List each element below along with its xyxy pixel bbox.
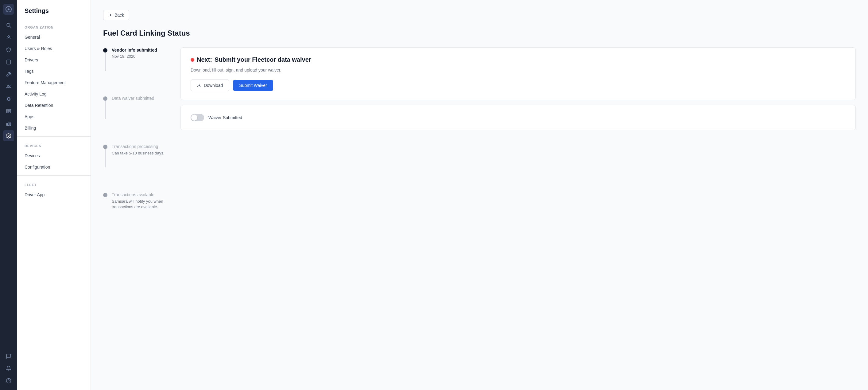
step-3-line: [105, 149, 105, 168]
step-3-title: Transactions processing: [112, 144, 164, 150]
toggle-thumb: [191, 115, 197, 121]
step-3-content: Transactions processing Can take 5-10 bu…: [112, 144, 164, 156]
step-2-content: Data waiver submitted: [112, 95, 154, 102]
red-dot: [191, 58, 194, 62]
step-4-subtitle: Samsara will notify you when transaction…: [112, 199, 170, 210]
back-label: Back: [115, 12, 124, 18]
sidebar-item-apps[interactable]: Apps: [17, 111, 91, 122]
org-section-label: ORGANIZATION: [17, 21, 91, 32]
step-1-content: Vendor info submitted Nov 18, 2020: [112, 47, 157, 59]
search-icon[interactable]: [3, 20, 14, 31]
svg-rect-13: [8, 122, 9, 126]
step-2: Data waiver submitted: [103, 95, 170, 144]
download-label: Download: [204, 83, 223, 88]
sidebar-item-data-retention[interactable]: Data Retention: [17, 100, 91, 111]
shield-icon[interactable]: [3, 44, 14, 55]
svg-point-15: [8, 135, 9, 137]
step-1: Vendor info submitted Nov 18, 2020: [103, 47, 170, 95]
settings-sidebar: Settings ORGANIZATION General Users & Ro…: [17, 0, 91, 390]
timeline: Vendor info submitted Nov 18, 2020 Data …: [103, 47, 856, 210]
step-4: Transactions available Samsara will noti…: [103, 192, 170, 210]
next-step-card: Next: Submit your Fleetcor data waiver D…: [181, 47, 856, 100]
step-2-title: Data waiver submitted: [112, 95, 154, 102]
waiver-toggle-label: Waiver Submitted: [208, 115, 242, 120]
bookmark-icon[interactable]: [3, 57, 14, 67]
fleet-section-label: FLEET: [17, 178, 91, 189]
sidebar-item-billing[interactable]: Billing: [17, 122, 91, 134]
step-1-date: Nov 18, 2020: [112, 54, 157, 59]
step-4-dot-container: [103, 192, 107, 197]
sidebar-item-tags[interactable]: Tags: [17, 66, 91, 77]
svg-rect-4: [7, 60, 10, 64]
card1-heading: Submit your Fleetcor data waiver: [215, 56, 311, 63]
svg-rect-12: [6, 123, 7, 126]
submit-waiver-label: Submit Waiver: [239, 83, 267, 88]
sidebar-item-general[interactable]: General: [17, 32, 91, 43]
step-1-dot-container: [103, 47, 107, 71]
step-2-dot: [103, 96, 107, 101]
sidebar-item-users-roles[interactable]: Users & Roles: [17, 43, 91, 54]
devices-section-label: DEVICES: [17, 139, 91, 150]
chart-icon[interactable]: [3, 118, 14, 129]
step-1-line: [105, 53, 105, 71]
toggle-row: Waiver Submitted: [191, 114, 846, 121]
svg-point-6: [9, 85, 10, 87]
svg-rect-7: [7, 98, 10, 100]
waiver-submitted-card: Waiver Submitted: [181, 105, 856, 130]
waiver-toggle[interactable]: [191, 114, 204, 121]
svg-point-3: [8, 36, 9, 37]
bell-icon[interactable]: [3, 363, 14, 374]
list-icon[interactable]: [3, 106, 14, 117]
svg-line-2: [9, 26, 11, 27]
gear-icon[interactable]: [3, 130, 14, 141]
card1-description: Download, fill out, sign, and upload you…: [191, 67, 846, 73]
step-2-dot-container: [103, 95, 107, 119]
timeline-cards: Next: Submit your Fleetcor data waiver D…: [181, 47, 856, 210]
help-icon[interactable]: [3, 375, 14, 386]
sidebar-item-configuration[interactable]: Configuration: [17, 161, 91, 173]
sidebar-item-driver-app[interactable]: Driver App: [17, 189, 91, 201]
timeline-steps: Vendor info submitted Nov 18, 2020 Data …: [103, 47, 170, 210]
step-1-title: Vendor info submitted: [112, 47, 157, 54]
svg-point-5: [7, 85, 9, 87]
sidebar-item-devices[interactable]: Devices: [17, 150, 91, 161]
sidebar-item-feature-management[interactable]: Feature Management: [17, 77, 91, 88]
main-content: Back Fuel Card Linking Status Vendor inf…: [91, 0, 868, 390]
download-button[interactable]: Download: [191, 80, 229, 91]
sidebar-item-drivers[interactable]: Drivers: [17, 54, 91, 66]
svg-point-1: [7, 23, 10, 27]
svg-rect-14: [10, 123, 11, 126]
submit-waiver-button[interactable]: Submit Waiver: [233, 80, 273, 91]
group-icon[interactable]: [3, 81, 14, 92]
next-prefix: Next:: [197, 56, 212, 63]
step-3-dot: [103, 145, 107, 149]
page-title: Fuel Card Linking Status: [103, 29, 856, 37]
step-1-dot: [103, 48, 107, 53]
icon-nav: [0, 0, 17, 390]
step-4-content: Transactions available Samsara will noti…: [112, 192, 170, 210]
next-label: Next: Submit your Fleetcor data waiver: [191, 56, 846, 63]
step-4-title: Transactions available: [112, 192, 170, 198]
person-icon[interactable]: [3, 32, 14, 43]
step-3-subtitle: Can take 5-10 business days.: [112, 150, 164, 156]
step-3: Transactions processing Can take 5-10 bu…: [103, 144, 170, 192]
back-button[interactable]: Back: [103, 10, 129, 20]
step-3-dot-container: [103, 144, 107, 168]
sidebar-item-activity-log[interactable]: Activity Log: [17, 88, 91, 100]
chat-icon[interactable]: [3, 351, 14, 362]
step-4-dot: [103, 193, 107, 197]
card1-actions: Download Submit Waiver: [191, 80, 846, 91]
sidebar-title: Settings: [17, 7, 91, 21]
app-logo[interactable]: [3, 4, 14, 15]
wrench-icon[interactable]: [3, 69, 14, 80]
step-2-line: [105, 101, 105, 119]
chip-icon[interactable]: [3, 93, 14, 104]
